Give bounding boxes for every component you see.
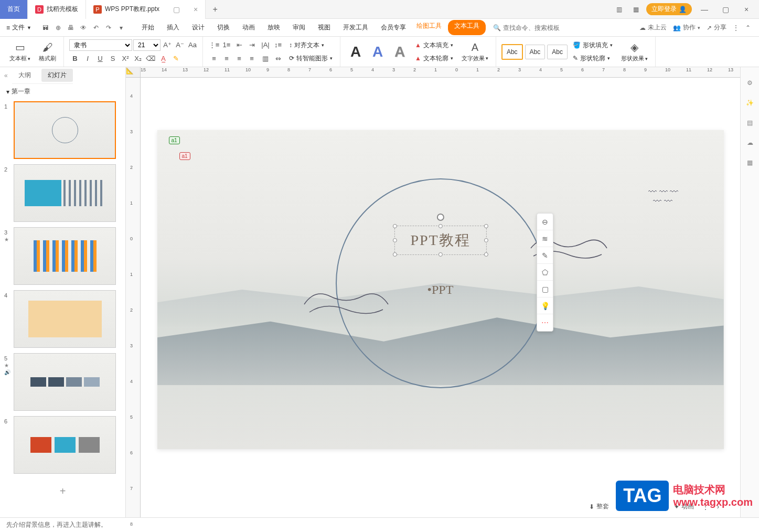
highlight-icon[interactable]: ✎ — [170, 53, 181, 65]
columns-icon[interactable]: ▥ — [260, 53, 271, 65]
slide-thumb-5[interactable] — [14, 353, 116, 411]
textbox-button[interactable]: ▭ 文本框▾ — [6, 39, 34, 65]
menu-tab-transition[interactable]: 切换 — [211, 20, 236, 35]
menu-tab-animation[interactable]: 动画 — [236, 20, 261, 35]
rail-apps-icon[interactable]: ▦ — [745, 157, 755, 168]
font-grow-icon[interactable]: A⁺ — [162, 39, 173, 51]
menu-tab-view[interactable]: 视图 — [312, 20, 337, 35]
slide-subtitle-text[interactable]: •PPT — [427, 283, 454, 297]
text-outline-button[interactable]: ▲ 文本轮廓▾ — [412, 53, 456, 64]
strike-icon[interactable]: S — [107, 53, 119, 65]
bold-icon[interactable]: B — [69, 53, 81, 65]
text-fill-button[interactable]: ▲ 文本填充▾ — [412, 40, 456, 51]
login-button[interactable]: 立即登录 👤 — [646, 3, 692, 15]
font-color-icon[interactable]: A̲ — [157, 53, 169, 65]
font-shrink-icon[interactable]: A⁻ — [174, 39, 186, 51]
ruler-horizontal[interactable]: 1514131211109876543210123456789101112131… — [141, 67, 740, 78]
superscript-icon[interactable]: X² — [120, 53, 131, 65]
align-text-button[interactable]: ↕ 对齐文本▾ — [286, 40, 336, 51]
action-set[interactable]: ⬇整套 — [589, 502, 609, 511]
slide-thumb-2[interactable] — [14, 164, 116, 222]
menu-tab-insert[interactable]: 插入 — [161, 20, 186, 35]
slides-tab[interactable]: 幻灯片 — [41, 69, 73, 82]
align-left-icon[interactable]: ≡ — [208, 53, 220, 65]
shape-style-1[interactable]: Abc — [501, 44, 523, 60]
shape-style-2[interactable]: Abc — [525, 45, 546, 59]
resize-handle[interactable] — [439, 252, 443, 257]
title-textbox-selected[interactable]: PPT教程 — [394, 226, 486, 255]
annotation-a1-red[interactable]: a1 — [179, 152, 190, 160]
tab-docker-templates[interactable]: D 找稻壳模板 — [28, 0, 86, 19]
line-spacing-icon[interactable]: ↕≡ — [272, 39, 284, 51]
menu-tab-design[interactable]: 设计 — [186, 20, 211, 35]
menu-tab-dev[interactable]: 开发工具 — [337, 20, 375, 35]
font-size-select[interactable]: 21 — [133, 39, 161, 51]
text-tools-pill[interactable]: 文本工具 — [448, 20, 486, 35]
tab-document[interactable]: P WPS PPT教程.pptx ▢ × — [86, 0, 206, 19]
add-slide-button[interactable]: + — [4, 479, 121, 504]
window-close[interactable]: × — [738, 5, 755, 14]
eyedropper-icon[interactable]: ✎ — [537, 247, 553, 264]
share-button[interactable]: ↗ 分享 — [707, 23, 726, 32]
dropdown-icon[interactable]: ▾ — [115, 22, 127, 34]
rail-ai-icon[interactable]: ✨ — [745, 98, 755, 108]
number-list-icon[interactable]: 1≡ — [221, 39, 232, 51]
align-center-icon[interactable]: ≡ — [221, 53, 232, 65]
tab-home[interactable]: 首页 — [0, 0, 28, 19]
menu-tab-review[interactable]: 审阅 — [286, 20, 312, 35]
clear-format-icon[interactable]: ⌫ — [145, 53, 156, 65]
indent-decrease-icon[interactable]: ⇤ — [233, 39, 245, 51]
search-box[interactable]: 🔍 — [493, 24, 571, 31]
smart-graphic-button[interactable]: ⟳ 转智能图形▾ — [286, 53, 336, 64]
save-icon[interactable]: 🖬 — [40, 22, 51, 34]
tab-add-button[interactable]: + — [206, 5, 225, 14]
tab-close-icon[interactable]: × — [194, 5, 198, 14]
menu-tab-vip[interactable]: 会员专享 — [375, 20, 412, 35]
slide-canvas[interactable]: a1 a1 〰 〰 〰 〰 〰 PPT — [157, 130, 724, 449]
change-case-icon[interactable]: Aa — [187, 39, 198, 51]
spacing-icon[interactable]: ⇔ — [272, 53, 284, 65]
rail-panel-icon[interactable]: ▤ — [745, 118, 755, 128]
slide-thumb-1[interactable] — [14, 101, 116, 159]
menu-tab-start[interactable]: 开始 — [135, 20, 161, 35]
collab-button[interactable]: 👥 协作 ▾ — [673, 23, 700, 32]
shape-style-3[interactable]: Abc — [547, 45, 568, 59]
font-name-select[interactable]: 隶书 — [69, 39, 132, 51]
redo-icon[interactable]: ↷ — [103, 22, 114, 34]
underline-icon[interactable]: U — [94, 53, 106, 65]
shape-effect-button[interactable]: ◈ 形状效果▾ — [618, 39, 651, 65]
more-menu[interactable]: ⋮ — [733, 24, 739, 31]
text-style-2[interactable]: A — [368, 42, 388, 62]
insert-icon[interactable]: ⊕ — [52, 22, 64, 34]
section-header[interactable]: ▾ 第一章 — [0, 84, 125, 99]
slide-thumb-6[interactable] — [14, 416, 116, 474]
slide-title-text[interactable]: PPT教程 — [410, 230, 470, 250]
slide-thumb-4[interactable] — [14, 290, 116, 348]
resize-handle[interactable] — [392, 224, 397, 228]
annotation-a1-green[interactable]: a1 — [169, 136, 180, 144]
shape-outline-button[interactable]: ✎ 形状轮廓▾ — [570, 53, 616, 64]
resize-handle[interactable] — [484, 238, 488, 242]
subscript-icon[interactable]: X₂ — [132, 53, 144, 65]
menu-tab-slideshow[interactable]: 放映 — [261, 20, 286, 35]
align-justify-icon[interactable]: ≡ — [246, 53, 258, 65]
text-effect-button[interactable]: A 文字效果▾ — [458, 39, 491, 65]
drawing-tools-label[interactable]: 绘图工具 — [412, 20, 446, 35]
window-maximize[interactable]: ▢ — [717, 5, 734, 14]
resize-handle[interactable] — [392, 238, 397, 242]
search-input[interactable] — [503, 24, 571, 31]
resize-handle[interactable] — [392, 252, 397, 257]
rotate-handle[interactable] — [437, 214, 444, 221]
frame-icon[interactable]: ▢ — [537, 281, 553, 297]
shape-fill-button[interactable]: 🪣 形状填充▾ — [570, 40, 616, 51]
tab-popout-icon[interactable]: ▢ — [173, 5, 180, 14]
rail-cloud-icon[interactable]: ☁ — [745, 137, 755, 148]
apps-icon[interactable]: ▦ — [629, 3, 642, 16]
preview-icon[interactable]: 👁 — [78, 22, 89, 34]
bullet-list-icon[interactable]: ⋮≡ — [208, 39, 220, 51]
align-right-icon[interactable]: ≡ — [233, 53, 245, 65]
undo-icon[interactable]: ↶ — [90, 22, 102, 34]
print-icon[interactable]: 🖶 — [65, 22, 77, 34]
text-style-3[interactable]: A — [390, 42, 410, 62]
format-painter-button[interactable]: 🖌 格式刷 — [36, 39, 59, 65]
